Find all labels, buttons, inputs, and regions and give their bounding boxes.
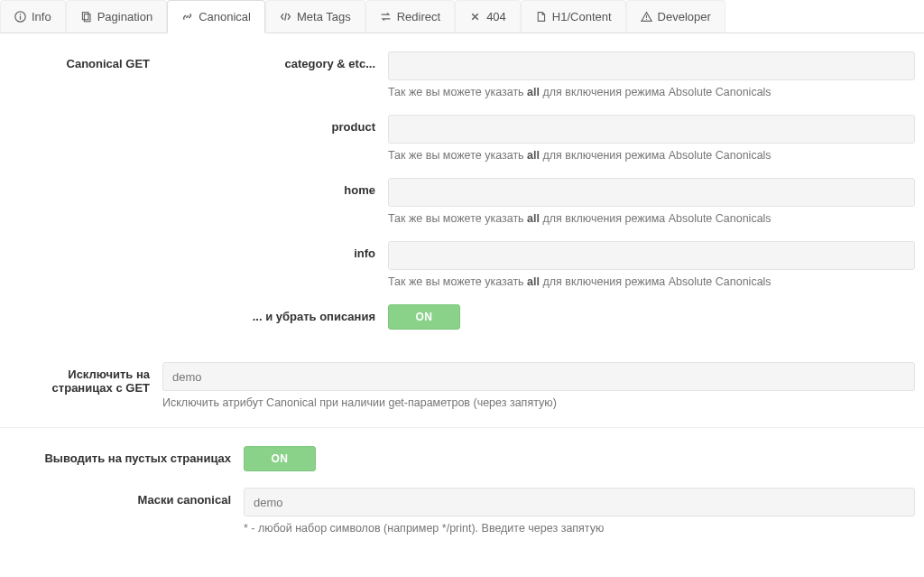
tab-label: H1/Content xyxy=(552,10,612,23)
tab-label: Redirect xyxy=(397,10,440,23)
tab-label: Canonical xyxy=(199,10,251,23)
canonical-get-section: Canonical GET category & etc... Так же в… xyxy=(0,33,924,409)
tab-h1content[interactable]: H1/Content xyxy=(521,0,626,33)
field-label-info: info xyxy=(162,241,388,260)
masks-label: Маски canonical xyxy=(9,488,244,507)
tab-label: Meta Tags xyxy=(297,10,351,23)
field-label-home: home xyxy=(162,178,388,197)
tab-redirect[interactable]: Redirect xyxy=(365,0,455,33)
times-icon xyxy=(469,11,481,23)
tab-canonical[interactable]: Canonical xyxy=(167,0,265,33)
masks-help: * - любой набор символов (например */pri… xyxy=(244,522,915,535)
tab-pagination[interactable]: Pagination xyxy=(66,0,167,33)
help-info: Так же вы можете указать all для включен… xyxy=(388,275,915,288)
help-home: Так же вы можете указать all для включен… xyxy=(388,212,915,225)
masks-input[interactable] xyxy=(244,488,915,517)
code-icon xyxy=(280,11,291,23)
exclude-get-help: Исключить атрибут Canonical при наличии … xyxy=(162,396,915,409)
svg-rect-4 xyxy=(84,14,90,22)
tab-label: Developer xyxy=(658,10,711,23)
tab-label: 404 xyxy=(486,10,506,23)
tab-developer[interactable]: Developer xyxy=(626,0,725,33)
svg-rect-6 xyxy=(646,19,647,20)
empty-pages-section: Выводить на пустых страницах ON Маски ca… xyxy=(0,427,924,535)
svg-rect-5 xyxy=(646,15,647,18)
tab-metatags[interactable]: Meta Tags xyxy=(265,0,365,33)
exclude-get-label: Исключить настраницах с GET xyxy=(9,362,162,395)
exclude-get-input[interactable] xyxy=(162,362,915,391)
input-info[interactable] xyxy=(388,241,915,270)
tab-label: Info xyxy=(32,10,51,23)
help-product: Так же вы можете указать all для включен… xyxy=(388,149,915,162)
copy-icon xyxy=(80,11,92,23)
info-icon xyxy=(14,11,26,23)
tab-info[interactable]: Info xyxy=(0,0,66,33)
canonical-get-label: Canonical GET xyxy=(9,51,162,70)
remove-descriptions-label: ... и убрать описания xyxy=(162,304,388,323)
tab-label: Pagination xyxy=(97,10,152,23)
show-on-empty-label: Выводить на пустых страницах xyxy=(9,446,244,465)
tab-404[interactable]: 404 xyxy=(455,0,521,33)
file-icon xyxy=(535,11,547,23)
remove-descriptions-toggle[interactable]: ON xyxy=(388,304,460,330)
input-product[interactable] xyxy=(388,115,915,144)
link-icon xyxy=(181,11,193,23)
input-home[interactable] xyxy=(388,178,915,207)
field-label-product: product xyxy=(162,115,388,134)
warning-icon xyxy=(641,11,652,23)
svg-rect-3 xyxy=(82,13,88,20)
input-category[interactable] xyxy=(388,51,915,80)
svg-rect-2 xyxy=(20,14,21,14)
svg-rect-1 xyxy=(20,16,21,20)
exchange-icon xyxy=(380,11,392,23)
help-category: Так же вы можете указать all для включен… xyxy=(388,86,915,98)
nav-tabs: Info Pagination Canonical Meta Tags Redi… xyxy=(0,0,924,33)
show-on-empty-toggle[interactable]: ON xyxy=(244,446,316,471)
field-label-category: category & etc... xyxy=(162,51,388,70)
